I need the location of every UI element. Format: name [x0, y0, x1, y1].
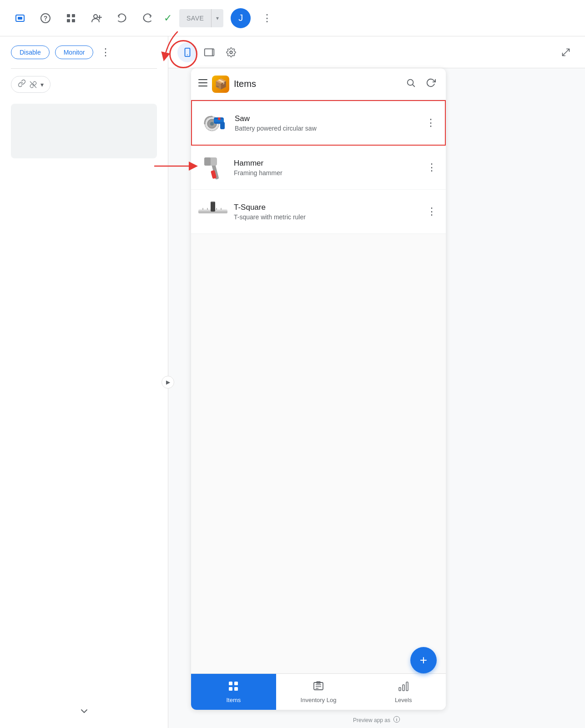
hammer-icon — [198, 153, 227, 182]
svg-point-29 — [218, 117, 221, 120]
undo-icon[interactable] — [113, 9, 131, 27]
svg-rect-6 — [67, 19, 70, 22]
svg-rect-41 — [211, 202, 215, 212]
tab-levels[interactable]: Levels — [361, 674, 446, 710]
svg-rect-5 — [72, 14, 75, 17]
secondary-toolbar — [168, 36, 585, 68]
tsquare-more-icon[interactable]: ⋮ — [425, 204, 439, 219]
redo-icon[interactable] — [138, 9, 156, 27]
help-icon[interactable]: ? — [36, 9, 55, 27]
expand-icon[interactable] — [556, 42, 576, 62]
bottom-tab-bar: Items Inventory Log — [191, 673, 446, 710]
hammer-item-text: Hammer Framing hammer — [234, 159, 419, 177]
saw-more-icon[interactable]: ⋮ — [424, 115, 438, 131]
inventory-log-tab-label: Inventory Log — [301, 697, 337, 703]
saw-icon — [199, 108, 228, 137]
svg-rect-33 — [204, 157, 211, 166]
add-person-icon[interactable] — [87, 9, 106, 27]
mobile-preview: 📦 Items — [191, 68, 446, 710]
levels-tab-icon — [398, 680, 409, 695]
tablet-view-icon[interactable] — [199, 42, 219, 62]
svg-rect-18 — [198, 79, 207, 80]
save-button[interactable]: SAVE ▾ — [179, 9, 223, 27]
items-header: 📦 Items — [191, 68, 446, 100]
preview-info-icon — [393, 716, 400, 724]
preview-label: Preview app as — [353, 716, 400, 724]
link-icon — [18, 79, 26, 90]
save-dropdown-arrow[interactable]: ▾ — [212, 15, 223, 21]
saw-description: Battery powered circular saw — [235, 125, 418, 132]
hammer-description: Framing hammer — [234, 169, 419, 177]
save-status-icon: ✓ — [164, 12, 172, 24]
items-tab-label: Items — [226, 697, 241, 703]
grey-area — [11, 104, 157, 158]
tsquare-item-text: T-Square T-square with metric ruler — [234, 203, 419, 221]
svg-rect-45 — [229, 687, 232, 691]
preview-text: Preview app as — [353, 717, 390, 723]
svg-rect-20 — [198, 86, 207, 86]
hamburger-icon[interactable] — [198, 79, 207, 89]
svg-rect-53 — [403, 685, 404, 691]
top-toolbar: ? ✓ SAVE ▾ J ⋮ — [0, 0, 585, 36]
svg-point-24 — [210, 122, 214, 126]
link-row: ▾ — [0, 69, 168, 100]
right-area: 📦 Items — [168, 36, 585, 728]
svg-rect-43 — [229, 682, 232, 685]
items-tab-icon — [227, 680, 239, 695]
eye-icon[interactable] — [11, 9, 29, 27]
svg-point-57 — [396, 718, 397, 718]
hammer-more-icon[interactable]: ⋮ — [425, 160, 439, 175]
avatar[interactable]: J — [231, 8, 251, 28]
disable-button[interactable]: Disable — [11, 46, 50, 59]
saw-name: Saw — [235, 114, 418, 123]
svg-rect-19 — [198, 82, 207, 83]
link-slash-icon — [30, 81, 37, 88]
app-title: Items — [234, 79, 398, 89]
monitor-button[interactable]: Monitor — [55, 46, 94, 59]
svg-rect-44 — [234, 682, 238, 685]
list-item[interactable]: T-Square T-square with metric ruler ⋮ — [191, 190, 446, 234]
link-chevron-icon: ▾ — [40, 81, 44, 88]
search-icon[interactable] — [403, 75, 419, 93]
app-icon: 📦 — [212, 76, 229, 93]
levels-tab-label: Levels — [395, 697, 412, 703]
hammer-name: Hammer — [234, 159, 419, 168]
svg-point-14 — [187, 54, 188, 55]
svg-rect-4 — [67, 14, 70, 17]
left-panel-more-icon[interactable]: ⋮ — [101, 46, 111, 58]
tsquare-name: T-Square — [234, 203, 419, 212]
tsquare-icon — [198, 197, 227, 226]
svg-rect-46 — [234, 687, 238, 691]
fab-add-button[interactable]: + — [410, 647, 437, 673]
inventory-log-tab-icon — [313, 680, 324, 695]
tsquare-description: T-square with metric ruler — [234, 213, 419, 221]
svg-rect-28 — [220, 122, 225, 129]
more-options-icon[interactable]: ⋮ — [258, 9, 276, 27]
saw-item-text: Saw Battery powered circular saw — [235, 114, 418, 132]
svg-text:?: ? — [44, 15, 48, 22]
save-button-label: SAVE — [179, 15, 211, 22]
svg-rect-42 — [211, 202, 215, 202]
svg-rect-52 — [399, 688, 401, 691]
left-panel: Disable Monitor ⋮ ▾ ▶ — [0, 36, 168, 728]
svg-rect-1 — [18, 17, 22, 20]
tab-items[interactable]: Items — [191, 674, 276, 710]
collapse-panel-icon[interactable]: ▶ — [161, 376, 174, 389]
svg-point-17 — [230, 51, 232, 54]
bottom-chevron-icon[interactable] — [79, 706, 90, 719]
svg-rect-54 — [406, 682, 408, 691]
list-item[interactable]: Hammer Framing hammer ⋮ — [191, 146, 446, 190]
mobile-view-icon[interactable] — [177, 42, 197, 62]
svg-point-8 — [94, 15, 97, 18]
list-item[interactable]: Saw Battery powered circular saw ⋮ — [191, 100, 446, 146]
settings-icon[interactable] — [221, 42, 241, 62]
link-badge[interactable]: ▾ — [11, 76, 50, 93]
left-panel-header: Disable Monitor ⋮ — [0, 36, 168, 68]
refresh-icon[interactable] — [423, 75, 439, 93]
items-list: Saw Battery powered circular saw ⋮ — [191, 100, 446, 673]
tab-inventory-log[interactable]: Inventory Log — [276, 674, 361, 710]
grid-icon[interactable] — [62, 9, 80, 27]
svg-rect-7 — [72, 19, 75, 22]
